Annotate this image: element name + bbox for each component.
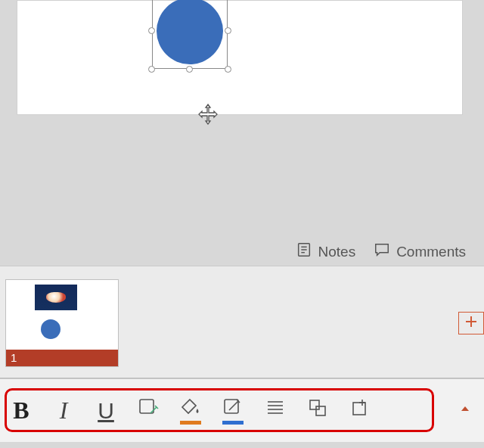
fill-color-button[interactable] <box>169 390 212 432</box>
resize-handle-br[interactable] <box>225 66 231 73</box>
status-bar: Notes Comments <box>0 238 484 266</box>
bold-button[interactable]: B <box>0 390 42 432</box>
expand-up-icon <box>460 403 470 417</box>
underline-button[interactable]: U <box>85 390 127 432</box>
svg-rect-7 <box>225 400 238 413</box>
align-icon <box>264 397 287 425</box>
insert-button[interactable] <box>339 390 381 432</box>
thumbnail-index-band: 1 <box>6 350 118 366</box>
move-cursor-icon <box>197 104 219 125</box>
format-toolbar: B I U <box>0 378 484 442</box>
comments-label: Comments <box>396 244 466 260</box>
notes-button[interactable]: Notes <box>296 241 356 262</box>
thumbnail-shape-circle <box>41 319 60 339</box>
resize-handle-mr[interactable] <box>225 27 231 34</box>
selected-shape[interactable] <box>152 0 228 69</box>
outline-color-button[interactable] <box>212 390 254 432</box>
underline-icon: U <box>98 398 114 424</box>
shape-style-icon <box>137 397 160 425</box>
new-slide-button[interactable] <box>458 312 484 334</box>
svg-rect-12 <box>310 400 319 409</box>
arrange-icon <box>306 397 329 425</box>
plus-icon <box>464 314 479 332</box>
svg-rect-6 <box>140 400 154 413</box>
comments-button[interactable]: Comments <box>374 241 466 262</box>
insert-icon <box>349 397 371 425</box>
bold-icon: B <box>13 397 29 425</box>
notes-icon <box>296 241 312 262</box>
slide-thumbnail[interactable]: 1 <box>6 280 118 366</box>
svg-rect-13 <box>316 406 325 415</box>
outline-color-swatch <box>222 421 244 425</box>
shape-style-button[interactable] <box>127 390 169 432</box>
comments-icon <box>374 241 390 262</box>
notes-label: Notes <box>318 244 356 260</box>
thumbnail-image <box>35 285 77 310</box>
align-button[interactable] <box>254 390 296 432</box>
thumbnail-strip: 1 <box>0 266 484 378</box>
canvas-area <box>0 0 484 115</box>
arrange-button[interactable] <box>296 390 339 432</box>
resize-handle-bm[interactable] <box>186 66 193 73</box>
fill-color-swatch <box>180 421 201 425</box>
resize-handle-bl[interactable] <box>148 66 155 73</box>
expand-toolbar-button[interactable] <box>457 402 473 418</box>
slide-canvas[interactable] <box>17 0 463 115</box>
italic-button[interactable]: I <box>42 390 85 432</box>
thumbnail-index: 1 <box>11 351 17 364</box>
svg-rect-14 <box>353 403 365 415</box>
circle-shape[interactable] <box>157 0 223 64</box>
italic-icon: I <box>60 397 68 425</box>
resize-handle-ml[interactable] <box>148 27 155 34</box>
